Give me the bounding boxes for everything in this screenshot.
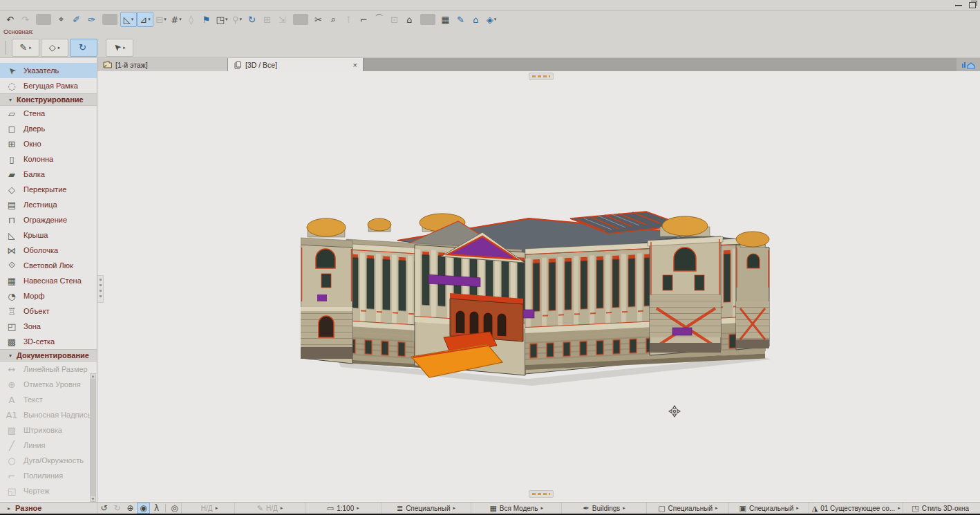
tool-slab[interactable]: ◇ Перекрытие xyxy=(0,182,97,197)
tab-3d-all[interactable]: [3D / Все] × xyxy=(228,58,364,71)
trace-reference-icon[interactable]: ◳▾ xyxy=(214,12,229,26)
tool-morph[interactable]: ◔ Морф xyxy=(0,288,97,303)
separator[interactable] xyxy=(293,14,308,25)
walk-mode-button[interactable]: λ xyxy=(150,503,163,514)
tool-door[interactable]: ◻ Дверь xyxy=(0,121,97,136)
tool-drawing[interactable]: ◱ Чертеж xyxy=(0,483,97,498)
model-view-options-selector[interactable]: ▢ Специальный ▸ xyxy=(646,503,728,514)
inject-parameters-icon[interactable]: ✐ xyxy=(69,12,84,26)
palette-handle-left[interactable] xyxy=(97,275,104,303)
snap-guides-icon[interactable]: ⊿▾ xyxy=(137,12,153,27)
transfer-settings-icon[interactable]: ✑ xyxy=(84,12,100,26)
3d-viewport[interactable] xyxy=(97,71,980,502)
tool-label[interactable]: A1 Выносная Надпись xyxy=(0,407,97,422)
view-redo-button[interactable]: ↻ xyxy=(111,503,124,514)
grid-snap-icon[interactable]: #▾ xyxy=(169,12,184,26)
tool-column[interactable]: ▯ Колонна xyxy=(0,151,97,167)
tool-icon: ▦ xyxy=(0,276,23,286)
toolbox-scrollbar[interactable]: ▲ ▼ xyxy=(90,373,96,502)
view-undo-button[interactable]: ↺ xyxy=(97,503,111,514)
roof-tool-icon[interactable]: ⌂ xyxy=(402,12,417,26)
elevate-icon[interactable]: ⊺ xyxy=(341,12,357,26)
renovation-filter-selector[interactable]: ◮ 01 Существующее со... ▸ xyxy=(809,503,903,514)
undo-icon[interactable]: ↶ xyxy=(3,12,18,26)
tool-polyline[interactable]: ⌐ Полилиния xyxy=(0,468,97,483)
tool-wall[interactable]: ▱ Стена xyxy=(0,106,97,121)
tab-floor-plan[interactable]: [1-й этаж] xyxy=(97,58,228,71)
tool-skylight[interactable]: ⟐ Световой Люк xyxy=(0,258,97,273)
section-design[interactable]: ▾ Конструирование xyxy=(0,93,97,106)
section-documentation[interactable]: ▾ Документирование xyxy=(0,349,97,362)
tool-shell[interactable]: ⋈ Оболочка xyxy=(0,243,97,258)
3d-style-selector[interactable]: ◳ Стиль 3D-окна xyxy=(903,503,980,514)
tool-roof[interactable]: ◺ Крыша xyxy=(0,227,97,243)
3d-cutaway-icon[interactable]: ◈▾ xyxy=(484,12,499,26)
favorites-button[interactable]: ✎▸ xyxy=(12,39,39,57)
tool-fill[interactable]: ▨ Штриховка xyxy=(0,422,97,438)
tool-line[interactable]: ╱ Линия xyxy=(0,438,97,453)
trim-icon[interactable]: ⌐ xyxy=(357,12,372,26)
zoom-in-button[interactable]: ⊕ xyxy=(124,503,137,514)
separator[interactable] xyxy=(165,504,166,512)
marquee-select-button[interactable]: ◇▸ xyxy=(41,39,68,57)
separator[interactable] xyxy=(420,14,435,25)
pick-up-parameters-icon[interactable]: ⌖ xyxy=(54,12,69,26)
scale-selector[interactable]: ▭ 1:100 ▸ xyxy=(305,503,381,514)
section-misc[interactable]: ▸ Разное xyxy=(0,503,97,514)
fit-in-window-button[interactable]: ◎ xyxy=(168,503,181,514)
redo-icon[interactable]: ↷ xyxy=(18,12,33,26)
palette-handle-top[interactable] xyxy=(529,73,554,80)
flag-icon[interactable]: ⚑ xyxy=(199,12,214,26)
tool-level-mark[interactable]: ⊕ Отметка Уровня xyxy=(0,377,97,392)
adjust-icon[interactable]: ⌕ xyxy=(326,12,341,26)
arrow-tool-button[interactable]: ➤▸ xyxy=(106,39,133,57)
home-story-icon[interactable]: ⌂ xyxy=(469,12,484,26)
reference-level-selector[interactable]: ✎ Н/Д ▸ xyxy=(234,503,305,514)
rotate-icon[interactable]: ↻ xyxy=(245,12,260,26)
magic-table-icon[interactable]: ⊞ xyxy=(260,12,275,26)
markup-brush-icon[interactable]: ✎ xyxy=(453,12,469,26)
tab-close-icon[interactable]: × xyxy=(335,61,357,69)
favorites-icon[interactable]: ⊟▾ xyxy=(153,12,169,26)
tool-label: Выносная Надпись xyxy=(23,411,91,419)
lock-icon[interactable]: ⚲▾ xyxy=(229,12,245,26)
dimension-style-selector[interactable]: ▣ Специальный ▸ xyxy=(728,503,808,514)
tool-beam[interactable]: ▰ Балка xyxy=(0,167,97,182)
separator[interactable] xyxy=(102,14,117,25)
scroll-thumb[interactable] xyxy=(91,379,95,496)
tool-railing[interactable]: ⊓ Ограждение xyxy=(0,212,97,227)
tool-stair[interactable]: ▤ Лестница xyxy=(0,197,97,212)
tool-curtain-wall[interactable]: ▦ Навесная Стена xyxy=(0,273,97,288)
tool-object[interactable]: ♖ Объект xyxy=(0,303,97,319)
stretch-icon[interactable]: ⇲ xyxy=(275,12,290,26)
tool-arrow[interactable]: ➤ Указатель xyxy=(0,63,97,78)
navigator-popup-button[interactable] xyxy=(957,58,980,71)
marquee-3d-icon[interactable]: ▦ xyxy=(438,12,453,26)
palette-handle-bottom[interactable] xyxy=(529,490,554,498)
resize-icon[interactable]: ⊡ xyxy=(387,12,402,26)
separator[interactable] xyxy=(36,14,51,25)
tool-icon: ▰ xyxy=(0,169,23,180)
minimize-icon[interactable] xyxy=(955,5,962,6)
story-selector[interactable]: Н/Д ▸ xyxy=(181,503,234,514)
tool-arc[interactable]: ○ Дуга/Окружность xyxy=(0,453,97,468)
split-icon[interactable]: ✂ xyxy=(311,12,326,26)
editing-plane-icon[interactable]: ◊ xyxy=(184,12,199,26)
tool-dimension[interactable]: ↔ Линейный Размер xyxy=(0,362,97,377)
restore-icon[interactable] xyxy=(969,2,976,8)
scroll-up-icon[interactable]: ▲ xyxy=(91,374,95,378)
guide-lines-icon[interactable]: ◺▾ xyxy=(120,12,137,27)
tool-mesh[interactable]: ▩ 3D-сетка xyxy=(0,334,97,349)
tool-text[interactable]: A Текст xyxy=(0,392,97,407)
orbit-mode-button[interactable]: ◉ xyxy=(137,503,150,514)
toolbar-drag-handle[interactable] xyxy=(6,41,6,55)
layer-combination-selector[interactable]: ≣ Специальный ▸ xyxy=(381,503,471,514)
pen-set-selector[interactable]: ✒ Buildings ▸ xyxy=(561,503,646,514)
fillet-icon[interactable]: ⌒ xyxy=(372,12,387,26)
tool-zone[interactable]: ◰ Зона xyxy=(0,319,97,334)
tool-window[interactable]: ⊞ Окно xyxy=(0,136,97,151)
building-model[interactable] xyxy=(301,205,778,386)
partial-structure-selector[interactable]: ▦ Вся Модель ▸ xyxy=(471,503,561,514)
orbit-button[interactable]: ↻ xyxy=(70,39,97,57)
scroll-down-icon[interactable]: ▼ xyxy=(91,497,95,501)
